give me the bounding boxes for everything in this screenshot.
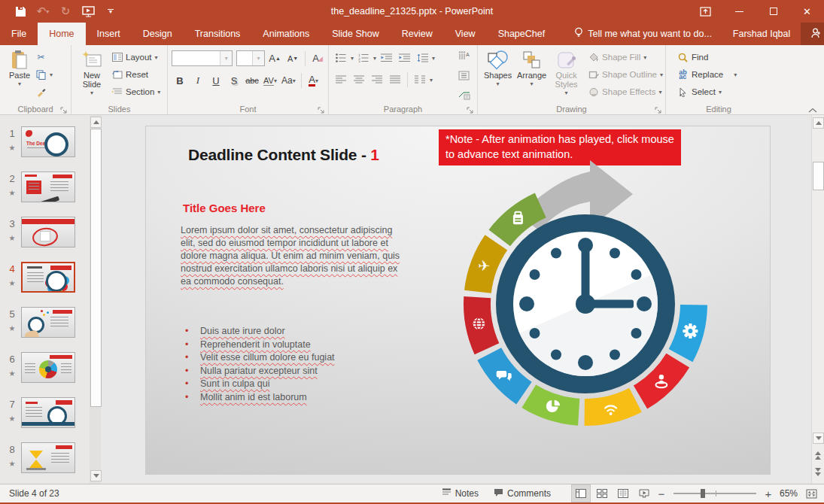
align-right-button[interactable]: [369, 72, 385, 87]
font-color-button[interactable]: A▾: [306, 73, 322, 88]
share-button[interactable]: Share: [801, 23, 824, 45]
thumbnail-scrollbar-thumb[interactable]: [90, 129, 102, 407]
thumbnail-scrollbar[interactable]: [90, 115, 101, 484]
italic-button[interactable]: I: [190, 73, 206, 88]
slide-subtitle[interactable]: Title Goes Here: [183, 202, 266, 214]
tab-slide-show[interactable]: Slide Show: [321, 23, 391, 45]
comments-button[interactable]: Comments: [487, 484, 558, 502]
slide-body-paragraph[interactable]: Lorem ipsum dolor sit amet, consectetur …: [181, 224, 402, 288]
tab-home[interactable]: Home: [38, 23, 85, 45]
redo-icon[interactable]: ↻: [56, 2, 75, 21]
new-slide-button[interactable]: New Slide ▾: [75, 48, 108, 104]
slide-sorter-button[interactable]: [592, 484, 612, 502]
font-name-combobox[interactable]: ▾: [172, 50, 233, 66]
change-case-button[interactable]: Aa▾: [280, 73, 297, 88]
next-slide-button[interactable]: [813, 465, 822, 478]
slide-thumbnail-1[interactable]: The Deadline: [21, 126, 75, 157]
columns-button[interactable]: [412, 72, 428, 87]
tab-design[interactable]: Design: [132, 23, 184, 45]
increase-indent-button[interactable]: [396, 50, 412, 65]
slide-thumbnail-8[interactable]: [21, 442, 75, 473]
thumbnail-scroll-down-icon[interactable]: [90, 470, 102, 481]
slide-bullet-list[interactable]: Duis aute irure dolor Reprehenderit in v…: [181, 325, 335, 404]
text-direction-button[interactable]: A: [456, 48, 473, 63]
drawing-dialog-launcher[interactable]: [655, 105, 663, 113]
slide-thumbnail-3[interactable]: [21, 217, 75, 247]
account-name[interactable]: Farshad Iqbal: [722, 23, 801, 45]
align-text-button[interactable]: [456, 68, 473, 83]
bullets-button[interactable]: [333, 50, 349, 65]
quick-styles-button[interactable]: Quick Styles ▾: [549, 48, 583, 104]
zoom-in-button[interactable]: +: [762, 487, 774, 500]
reset-button[interactable]: Reset: [111, 67, 160, 82]
shapes-button[interactable]: Shapes ▾: [482, 48, 514, 104]
tell-me-box[interactable]: Tell me what you want to do...: [564, 23, 722, 45]
collapse-ribbon-button[interactable]: [808, 103, 816, 111]
tab-view[interactable]: View: [444, 23, 487, 45]
arrange-button[interactable]: Arrange ▾: [514, 48, 549, 104]
minimize-button[interactable]: [722, 0, 756, 23]
zoom-slider-thumb[interactable]: [701, 489, 705, 498]
format-painter-button[interactable]: [35, 84, 53, 99]
replace-button[interactable]: abac Replace▾: [677, 67, 737, 82]
decrease-indent-button[interactable]: [378, 50, 394, 65]
paragraph-dialog-launcher[interactable]: [467, 105, 475, 113]
tab-file[interactable]: File: [0, 23, 38, 45]
tab-animations[interactable]: Animations: [251, 23, 321, 45]
previous-slide-button[interactable]: [813, 448, 822, 462]
slide-thumbnail-7[interactable]: [21, 397, 75, 428]
shape-effects-button[interactable]: Shape Effects▾: [588, 84, 663, 99]
reading-view-button[interactable]: [613, 484, 633, 502]
slide-thumbnail-6[interactable]: [21, 352, 75, 383]
close-button[interactable]: ✕: [790, 0, 824, 23]
scroll-down-icon[interactable]: [813, 433, 824, 444]
section-button[interactable]: Section▾: [111, 84, 160, 99]
slide-thumbnail-4-selected[interactable]: [21, 262, 75, 293]
fit-slide-to-window-button[interactable]: [803, 484, 819, 502]
tab-transitions[interactable]: Transitions: [184, 23, 252, 45]
zoom-level[interactable]: 65%: [776, 488, 801, 499]
main-scrollbar[interactable]: [811, 115, 824, 484]
copy-button[interactable]: ▾: [35, 67, 53, 82]
text-shadow-button[interactable]: S: [226, 73, 242, 88]
slide-thumbnail-2[interactable]: [21, 172, 75, 202]
paste-button[interactable]: Paste ▾: [4, 48, 35, 104]
layout-button[interactable]: Layout▾: [111, 50, 160, 65]
shape-outline-button[interactable]: Shape Outline▾: [588, 67, 663, 82]
slideshow-view-button[interactable]: [634, 484, 654, 502]
start-slideshow-icon[interactable]: [78, 2, 98, 21]
undo-icon[interactable]: ↶▾: [33, 2, 53, 21]
select-button[interactable]: Select▾: [677, 84, 737, 99]
thumbnail-scroll-up-icon[interactable]: [90, 117, 102, 128]
zoom-out-button[interactable]: −: [655, 487, 667, 500]
tab-shapechef[interactable]: ShapeChef: [487, 23, 557, 45]
scroll-up-icon[interactable]: [813, 117, 824, 129]
find-button[interactable]: Find: [677, 50, 737, 65]
numbering-button[interactable]: 123: [355, 50, 372, 65]
decrease-font-size-button[interactable]: A▼: [284, 51, 301, 66]
tab-review[interactable]: Review: [391, 23, 444, 45]
main-scrollbar-thumb[interactable]: [813, 162, 824, 190]
slide-title[interactable]: Deadline Content Slide - 1: [188, 146, 379, 164]
slide[interactable]: Deadline Content Slide - 1 *Note - After…: [146, 126, 770, 474]
cut-button[interactable]: ✂: [35, 50, 53, 65]
tab-insert[interactable]: Insert: [86, 23, 132, 45]
maximize-button[interactable]: [756, 0, 790, 23]
ribbon-display-options-icon[interactable]: [689, 0, 722, 23]
save-icon[interactable]: [11, 2, 30, 21]
align-center-button[interactable]: [351, 72, 367, 87]
clock-graphic[interactable]: ✈: [435, 153, 736, 454]
shape-fill-button[interactable]: Shape Fill▾: [588, 50, 663, 65]
convert-to-smartart-button[interactable]: [456, 87, 473, 102]
increase-font-size-button[interactable]: A▲: [266, 51, 283, 66]
underline-button[interactable]: U: [208, 73, 224, 88]
slide-thumbnail-5[interactable]: [21, 307, 75, 338]
align-left-button[interactable]: [333, 72, 349, 87]
bold-button[interactable]: B: [172, 73, 188, 88]
font-size-combobox[interactable]: ▾: [236, 50, 265, 66]
slide-indicator[interactable]: Slide 4 of 23: [9, 484, 59, 502]
customize-qat-icon[interactable]: ▾: [101, 2, 120, 21]
font-dialog-launcher[interactable]: [318, 105, 326, 113]
notes-button[interactable]: Notes: [435, 484, 485, 502]
clear-formatting-button[interactable]: A◢: [309, 51, 326, 66]
